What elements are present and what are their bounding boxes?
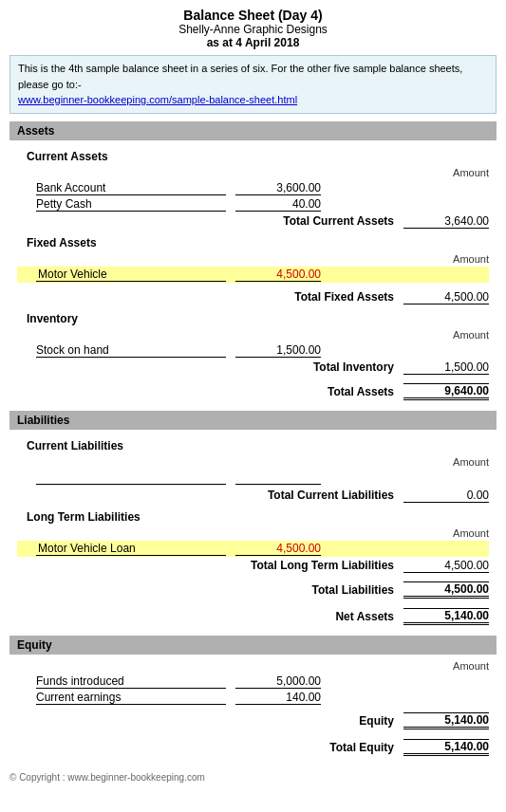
info-box: This is the 4th sample balance sheet in … [9, 55, 497, 114]
motor-vehicle-loan-label: Motor Vehicle Loan [36, 542, 226, 556]
petty-cash-row: Petty Cash 40.00 [17, 196, 489, 212]
funds-introduced-row: Funds introduced 5,000.00 [17, 674, 489, 690]
total-current-assets-row: Total Current Assets 3,640.00 [17, 212, 489, 231]
total-current-assets-amount: 3,640.00 [403, 214, 489, 229]
equity-header: Equity [9, 636, 497, 655]
stock-on-hand-row: Stock on hand 1,500.00 [17, 342, 489, 359]
equity-total-row: Equity 5,140.00 [17, 710, 489, 732]
total-assets-amount: 9,640.00 [403, 383, 489, 400]
long-term-liabilities-title: Long Term Liabilities [27, 510, 489, 524]
fixed-assets-amount-header-row: Amount [17, 251, 489, 267]
title-block: Balance Sheet (Day 4) Shelly-Anne Graphi… [9, 8, 497, 49]
inventory-amount-header-row: Amount [17, 327, 489, 342]
assets-body: Current Assets Amount Bank Account 3,600… [9, 142, 497, 405]
current-assets-amount-header-row: Amount [17, 165, 489, 180]
motor-vehicle-loan-row: Motor Vehicle Loan 4,500.00 [17, 541, 489, 557]
motor-vehicle-loan-amount: 4,500.00 [235, 542, 321, 556]
petty-cash-amount: 40.00 [235, 197, 321, 212]
long-term-liabilities-amount-header: Amount [403, 527, 489, 539]
motor-vehicle-row: Motor Vehicle 4,500.00 [17, 267, 489, 283]
total-long-term-liabilities-row: Total Long Term Liabilities 4,500.00 [17, 557, 489, 575]
motor-vehicle-amount: 4,500.00 [235, 268, 321, 282]
net-assets-row: Net Assets 5,140.00 [17, 605, 489, 628]
liabilities-header: Liabilities [9, 411, 497, 430]
total-equity-label: Total Equity [17, 741, 403, 754]
current-earnings-row: Current earnings 140.00 [17, 690, 489, 706]
liabilities-body: Current Liabilities Amount Total Current… [9, 432, 497, 630]
total-assets-row: Total Assets 9,640.00 [17, 380, 489, 403]
inventory-amount-header: Amount [403, 329, 489, 341]
current-liabilities-blank-label [36, 471, 226, 485]
total-long-term-liabilities-label: Total Long Term Liabilities [17, 559, 403, 572]
funds-introduced-label: Funds introduced [36, 674, 226, 689]
equity-body: Amount Funds introduced 5,000.00 Current… [9, 656, 497, 761]
bank-account-row: Bank Account 3,600.00 [17, 180, 489, 196]
total-inventory-label: Total Inventory [17, 360, 403, 374]
total-fixed-assets-label: Total Fixed Assets [17, 290, 403, 304]
total-equity-amount: 5,140.00 [403, 739, 489, 756]
info-link[interactable]: www.beginner-bookkeeping.com/sample-bala… [18, 94, 297, 105]
funds-introduced-amount: 5,000.00 [235, 674, 321, 689]
long-term-liabilities-amount-header-row: Amount [17, 526, 489, 541]
copyright: © Copyright : www.beginner-bookkeeping.c… [9, 768, 497, 786]
fixed-assets-title: Fixed Assets [27, 236, 489, 249]
assets-header: Assets [9, 121, 497, 140]
info-text: This is the 4th sample balance sheet in … [18, 63, 462, 90]
equity-total-label: Equity [17, 714, 403, 728]
equity-amount-header-row: Amount [17, 658, 489, 674]
stock-on-hand-amount: 1,500.00 [235, 343, 321, 358]
current-assets-title: Current Assets [27, 150, 489, 163]
petty-cash-label: Petty Cash [36, 197, 226, 212]
total-long-term-liabilities-amount: 4,500.00 [403, 559, 489, 573]
motor-vehicle-label: Motor Vehicle [36, 268, 226, 282]
title-main: Balance Sheet (Day 4) [9, 8, 497, 23]
total-equity-row: Total Equity 5,140.00 [17, 736, 489, 759]
current-assets-amount-header: Amount [403, 167, 489, 178]
total-liabilities-label: Total Liabilities [17, 583, 403, 597]
total-liabilities-row: Total Liabilities 4,500.00 [17, 579, 489, 601]
bank-account-amount: 3,600.00 [235, 181, 321, 195]
total-fixed-assets-row: Total Fixed Assets 4,500.00 [17, 288, 489, 306]
current-liabilities-blank-row [17, 470, 489, 487]
total-inventory-row: Total Inventory 1,500.00 [17, 359, 489, 377]
equity-amount-header: Amount [403, 660, 489, 672]
title-date: as at 4 April 2018 [9, 36, 497, 49]
stock-on-hand-label: Stock on hand [36, 343, 226, 358]
net-assets-amount: 5,140.00 [403, 608, 489, 625]
bank-account-label: Bank Account [36, 181, 226, 195]
current-liabilities-blank-amount [235, 471, 321, 485]
total-current-liabilities-label: Total Current Liabilities [17, 489, 403, 502]
current-earnings-label: Current earnings [36, 691, 226, 705]
inventory-title: Inventory [27, 312, 489, 325]
title-sub: Shelly-Anne Graphic Designs [9, 23, 497, 36]
total-current-liabilities-amount: 0.00 [403, 489, 489, 503]
current-liabilities-amount-header-row: Amount [17, 454, 489, 470]
fixed-assets-amount-header: Amount [403, 253, 489, 265]
total-liabilities-amount: 4,500.00 [403, 581, 489, 599]
total-current-liabilities-row: Total Current Liabilities 0.00 [17, 487, 489, 505]
total-inventory-amount: 1,500.00 [403, 360, 489, 375]
total-assets-label: Total Assets [17, 385, 403, 398]
current-liabilities-title: Current Liabilities [27, 439, 489, 452]
total-current-assets-label: Total Current Assets [17, 214, 403, 228]
equity-total-amount: 5,140.00 [403, 712, 489, 729]
current-liabilities-amount-header: Amount [403, 456, 489, 468]
total-fixed-assets-amount: 4,500.00 [403, 290, 489, 304]
net-assets-label: Net Assets [17, 610, 403, 623]
current-earnings-amount: 140.00 [235, 691, 321, 705]
